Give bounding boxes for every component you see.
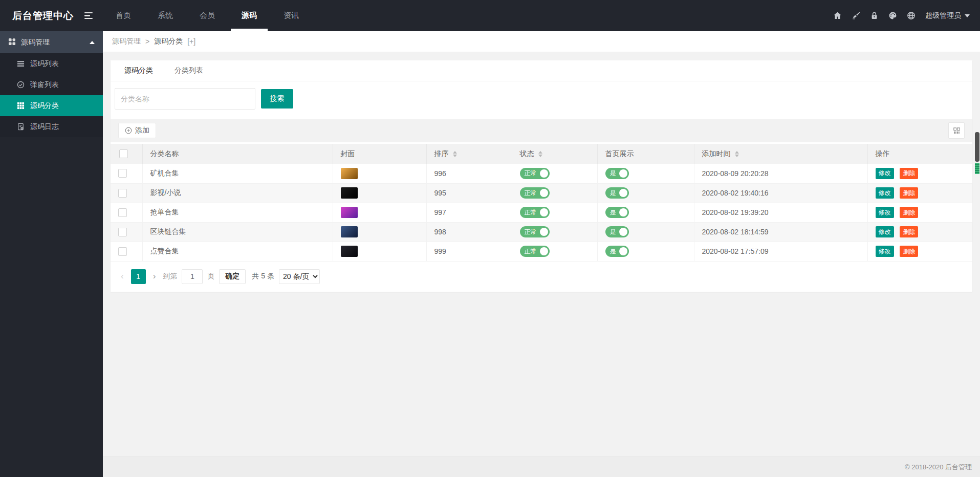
column-header-4: 状态: [512, 144, 597, 164]
pagination: ‹ 1 › 到第 页 确定 共 5 条 20 条/页: [111, 262, 972, 292]
plus-circle-icon: [125, 127, 132, 134]
user-menu[interactable]: 超级管理员: [925, 11, 970, 20]
nav-item-4[interactable]: 资讯: [270, 0, 312, 31]
sort-icon[interactable]: [538, 151, 542, 157]
edit-button[interactable]: 修改: [876, 207, 894, 218]
app-logo: 后台管理中心: [0, 0, 78, 31]
page-body: 源码分类分类列表 搜索 添加: [103, 52, 980, 457]
sidebar: 源码管理 源码列表弹窗列表源码分类源码日志: [0, 31, 103, 477]
next-page-button[interactable]: ›: [150, 269, 159, 284]
cover-thumbnail: [341, 226, 358, 237]
home-display-toggle[interactable]: 是: [605, 226, 629, 237]
list-icon: [17, 60, 25, 68]
search-button[interactable]: 搜索: [261, 89, 293, 109]
cover-thumbnail: [341, 246, 358, 257]
edit-button[interactable]: 修改: [876, 168, 894, 179]
table-row: 影视/小说 995 正常 是 2020-08-02 19:40:16 修改 删除: [111, 183, 972, 203]
table-toolbar: 添加: [111, 119, 972, 142]
sort-value: 996: [434, 169, 446, 178]
sidebar-item-1[interactable]: 弹窗列表: [0, 74, 103, 95]
chevron-up-icon: [90, 41, 95, 44]
cover-thumbnail: [341, 187, 358, 199]
sidebar-items: 源码列表弹窗列表源码分类源码日志: [0, 53, 103, 137]
home-display-toggle[interactable]: 是: [605, 168, 629, 179]
column-label: 封面: [341, 149, 355, 159]
column-header-6: 添加时间: [694, 144, 867, 164]
breadcrumb-current: 源码分类: [154, 37, 183, 46]
row-checkbox[interactable]: [118, 189, 127, 198]
nav-item-0[interactable]: 首页: [102, 0, 144, 31]
sidebar-item-label: 源码分类: [30, 101, 59, 111]
top-nav-menu: 首页系统会员源码资讯: [102, 0, 312, 31]
cover-thumbnail: [341, 168, 358, 179]
row-checkbox[interactable]: [118, 169, 127, 178]
home-display-toggle[interactable]: 是: [605, 187, 629, 199]
category-name: 矿机合集: [150, 169, 179, 177]
sidebar-item-3[interactable]: 源码日志: [0, 116, 103, 137]
log-icon: [17, 123, 25, 131]
status-toggle[interactable]: 正常: [520, 246, 550, 257]
delete-button[interactable]: 删除: [900, 207, 918, 218]
tab-1[interactable]: 分类列表: [175, 66, 203, 75]
sidebar-group-source-management[interactable]: 源码管理: [0, 31, 103, 53]
sort-icon[interactable]: [735, 151, 739, 157]
sidebar-item-0[interactable]: 源码列表: [0, 53, 103, 74]
row-checkbox[interactable]: [118, 247, 127, 256]
status-toggle[interactable]: 正常: [520, 207, 550, 218]
sidebar-item-2[interactable]: 源码分类: [0, 95, 103, 116]
search-input[interactable]: [115, 88, 255, 110]
status-toggle[interactable]: 正常: [520, 226, 550, 237]
scrollbar-thumb[interactable]: [975, 132, 979, 162]
edit-button[interactable]: 修改: [876, 246, 894, 257]
delete-button[interactable]: 删除: [900, 246, 918, 257]
edit-button[interactable]: 修改: [876, 226, 894, 237]
tab-0[interactable]: 源码分类: [124, 66, 153, 75]
column-label: 操作: [876, 149, 890, 159]
nav-item-3[interactable]: 源码: [228, 0, 270, 31]
delete-button[interactable]: 删除: [900, 187, 918, 199]
admin-app: 后台管理中心 首页系统会员源码资讯 超级管理员 源码管理 源码列表弹窗列表源码分…: [0, 0, 980, 477]
sidebar-toggle-button[interactable]: [78, 0, 99, 31]
prev-page-button[interactable]: ‹: [118, 269, 126, 284]
current-page[interactable]: 1: [131, 269, 146, 284]
sort-icon[interactable]: [453, 151, 457, 157]
scrollbar-marker: [975, 163, 979, 174]
confirm-page-button[interactable]: 确定: [219, 269, 246, 284]
delete-button[interactable]: 删除: [900, 168, 918, 179]
home-icon[interactable]: [833, 11, 842, 20]
sort-value: 997: [434, 208, 446, 216]
column-label: 排序: [434, 149, 449, 159]
delete-button[interactable]: 删除: [900, 226, 918, 237]
grid-icon: [17, 102, 25, 110]
table-row: 区块链合集 998 正常 是 2020-08-02 18:14:59 修改 删除: [111, 222, 972, 242]
home-display-toggle[interactable]: 是: [605, 246, 629, 257]
row-checkbox[interactable]: [118, 208, 127, 217]
created-time: 2020-08-09 20:20:28: [702, 169, 769, 178]
content-area: 源码管理 > 源码分类 [+] 源码分类分类列表 搜索: [103, 31, 980, 477]
page-number-input[interactable]: [182, 269, 203, 284]
page-size-select[interactable]: 20 条/页: [279, 269, 320, 284]
globe-icon[interactable]: [907, 11, 916, 20]
palette-icon[interactable]: [888, 11, 897, 20]
new-tab-button[interactable]: [+]: [187, 37, 195, 46]
category-card: 源码分类分类列表 搜索 添加: [111, 60, 972, 292]
edit-button[interactable]: 修改: [876, 187, 894, 199]
brush-icon[interactable]: [852, 11, 860, 20]
breadcrumb-parent: 源码管理: [112, 37, 141, 46]
created-time: 2020-08-02 19:39:20: [702, 208, 769, 216]
nav-item-1[interactable]: 系统: [144, 0, 186, 31]
row-checkbox[interactable]: [118, 228, 127, 236]
created-time: 2020-08-02 19:40:16: [702, 189, 769, 197]
column-filter-button[interactable]: [948, 122, 965, 139]
status-toggle[interactable]: 正常: [520, 168, 550, 179]
home-display-toggle[interactable]: 是: [605, 207, 629, 218]
nav-item-2[interactable]: 会员: [186, 0, 228, 31]
search-row: 搜索: [111, 81, 972, 119]
column-header-1: 分类名称: [142, 144, 333, 164]
lock-icon[interactable]: [870, 11, 879, 20]
select-all-checkbox[interactable]: [119, 149, 128, 158]
sidebar-item-label: 弹窗列表: [30, 80, 59, 90]
created-time: 2020-08-02 17:57:09: [702, 247, 769, 255]
status-toggle[interactable]: 正常: [520, 187, 550, 199]
add-button[interactable]: 添加: [118, 123, 156, 138]
